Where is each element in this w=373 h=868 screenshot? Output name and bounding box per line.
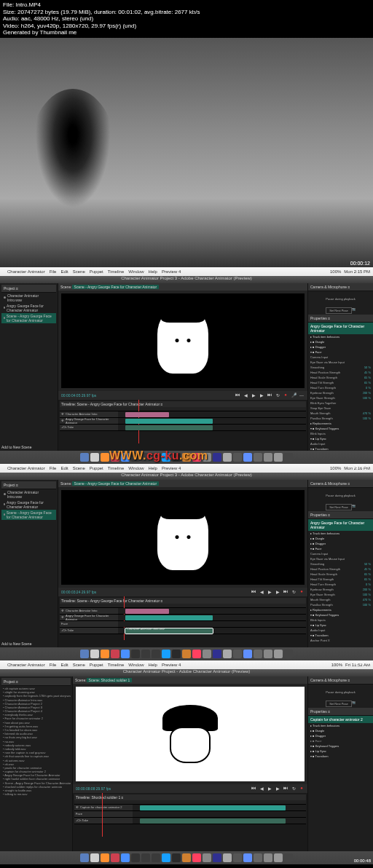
dock-app-icon[interactable] bbox=[203, 853, 211, 862]
dock-app-icon[interactable] bbox=[90, 853, 99, 862]
dock-app-icon[interactable] bbox=[172, 853, 181, 862]
project-item[interactable]: Angry George Face for Character Animator bbox=[1, 303, 56, 313]
goto-end-icon[interactable]: ⏭ bbox=[267, 392, 272, 398]
dock-app-icon[interactable] bbox=[284, 650, 293, 658]
timeline-panel[interactable]: Timeline: Scene - Angry George Face for … bbox=[58, 596, 307, 647]
project-item-active[interactable]: Scene - Angry George Face for Character … bbox=[1, 313, 56, 323]
dock-app-icon[interactable] bbox=[274, 853, 283, 862]
dock-app-icon[interactable] bbox=[223, 853, 232, 862]
loop-icon[interactable]: ↻ bbox=[275, 392, 280, 398]
dock-app-icon[interactable] bbox=[101, 650, 109, 658]
scene-viewer[interactable] bbox=[76, 687, 305, 781]
dock-app-icon[interactable] bbox=[101, 853, 109, 862]
scene-viewer[interactable] bbox=[61, 490, 305, 585]
track-behaviors-row[interactable]: ▸ Track item behaviors bbox=[308, 334, 373, 339]
dock-app-icon[interactable] bbox=[80, 853, 89, 862]
mac-dock[interactable] bbox=[0, 851, 373, 864]
dock-app-icon[interactable] bbox=[111, 650, 119, 658]
goto-start-icon[interactable]: ⏮ bbox=[251, 786, 256, 792]
dock-app-icon[interactable] bbox=[192, 853, 201, 862]
transport-bar[interactable]: 00:00:08:08 29.97 fps ⏮ ◀ ▶ ▶ ⏭ ↻ ● bbox=[73, 784, 307, 793]
set-rest-pose-button[interactable]: Set Rest Pose bbox=[326, 307, 352, 314]
dock-app-icon[interactable] bbox=[131, 853, 140, 862]
transform-row[interactable]: ▾ ■ Transform bbox=[308, 446, 373, 451]
dock-app-icon[interactable] bbox=[254, 650, 262, 658]
step-fwd-icon[interactable]: ▶ bbox=[275, 786, 280, 792]
goto-end-icon[interactable]: ⏭ bbox=[283, 786, 288, 792]
menu-preview[interactable]: Preview 4 bbox=[162, 269, 181, 274]
keyboard-triggers-row[interactable]: ▾ ■ Keyboard Triggers bbox=[308, 426, 373, 431]
clip[interactable] bbox=[125, 615, 213, 620]
mac-dock[interactable] bbox=[0, 647, 373, 660]
scene-viewer[interactable] bbox=[61, 293, 305, 388]
loop-icon[interactable]: ↻ bbox=[291, 786, 297, 792]
dock-app-icon[interactable] bbox=[233, 453, 242, 462]
goto-start-icon[interactable]: ⏮ bbox=[251, 589, 256, 595]
clip-audio[interactable] bbox=[125, 425, 213, 430]
goto-start-icon[interactable]: ⏮ bbox=[235, 392, 240, 398]
dock-app-icon[interactable] bbox=[141, 853, 150, 862]
dangle-row[interactable]: ▸ ■ Dangle bbox=[308, 339, 373, 344]
mac-menubar[interactable]: Character Animator File Edit Scene Puppe… bbox=[0, 660, 373, 669]
dragger-row[interactable]: ▸ ■ Dragger bbox=[308, 344, 373, 350]
project-item[interactable]: Character Animator Intro.wav bbox=[1, 293, 56, 303]
dock-app-icon[interactable] bbox=[203, 650, 211, 658]
menu-help[interactable]: Help bbox=[149, 269, 157, 274]
dock-app-icon[interactable] bbox=[182, 853, 191, 862]
project-item[interactable]: • anybody from the legends 176th gets pa… bbox=[3, 694, 69, 698]
set-rest-pose-button[interactable]: Set Rest Pose bbox=[326, 701, 352, 707]
scene-tab-bar[interactable]: Scene: Scene - Angry George Face for Cha… bbox=[58, 283, 307, 291]
lipsync-row[interactable]: ▾ ■ Lip Sync bbox=[308, 436, 373, 441]
menu-puppet[interactable]: Puppet bbox=[90, 269, 103, 274]
play-icon[interactable]: ▶ bbox=[251, 392, 256, 398]
menu-scene[interactable]: Scene bbox=[73, 269, 85, 274]
record-icon[interactable]: ● bbox=[299, 786, 305, 792]
dock-app-icon[interactable] bbox=[111, 853, 119, 862]
clip[interactable] bbox=[125, 419, 213, 424]
app-name[interactable]: Character Animator bbox=[7, 269, 45, 274]
dock-app-icon[interactable] bbox=[80, 453, 89, 462]
mic-icon[interactable]: 🎤 bbox=[291, 392, 297, 398]
dock-app-icon[interactable] bbox=[264, 650, 272, 658]
dock-app-icon[interactable] bbox=[172, 650, 181, 658]
dock-app-icon[interactable] bbox=[284, 853, 293, 862]
dock-app-icon[interactable] bbox=[131, 650, 140, 658]
step-back-icon[interactable]: ◀ bbox=[259, 786, 264, 792]
dock-app-icon[interactable] bbox=[141, 650, 150, 658]
step-fwd-icon[interactable]: ▶ bbox=[259, 392, 264, 398]
track-label[interactable]: 👁Character Animator Intro bbox=[60, 411, 118, 417]
dock-app-icon[interactable] bbox=[274, 650, 283, 658]
dock-app-icon[interactable] bbox=[192, 650, 201, 658]
dock-app-icon[interactable] bbox=[243, 650, 252, 658]
project-panel[interactable]: Project ≡ Character Animator Intro.wav A… bbox=[0, 480, 58, 647]
dock-app-icon[interactable] bbox=[152, 853, 160, 862]
menu-edit[interactable]: Edit bbox=[60, 269, 68, 274]
puppet-name-header[interactable]: Angry George Face for Character Animator bbox=[308, 323, 373, 334]
menu-timeline[interactable]: Timeline bbox=[108, 269, 124, 274]
more-icon[interactable]: ⋯ bbox=[299, 392, 305, 398]
playhead[interactable] bbox=[102, 793, 103, 837]
project-item[interactable]: • right hankit soldier face character an… bbox=[3, 777, 69, 781]
loop-icon[interactable]: ↻ bbox=[291, 589, 297, 595]
project-panel[interactable]: Project ≡ Character Animator Intro.wav A… bbox=[0, 283, 58, 451]
goto-end-icon[interactable]: ⏭ bbox=[283, 589, 288, 595]
transport-bar[interactable]: 00:00:03:24 29.97 fps ⏮ ◀ ▶ ▶ ⏭ ↻ ● bbox=[58, 588, 307, 596]
dock-app-icon[interactable] bbox=[254, 853, 262, 862]
play-icon[interactable]: ▶ bbox=[267, 589, 272, 595]
clip[interactable] bbox=[125, 609, 169, 614]
add-to-scene-button[interactable]: Add to New Scene bbox=[1, 642, 31, 646]
record-icon[interactable]: ● bbox=[283, 392, 288, 398]
track-label[interactable]: 👁Angry George Face for Character Animato… bbox=[60, 418, 118, 424]
scene-tab-active[interactable]: Scene - Angry George Face for Character … bbox=[72, 285, 160, 289]
set-rest-pose-button[interactable]: Set Rest Pose bbox=[326, 504, 352, 510]
dock-app-icon[interactable] bbox=[223, 453, 232, 462]
dock-app-icon[interactable] bbox=[264, 453, 272, 462]
dock-app-icon[interactable] bbox=[121, 853, 130, 862]
dock-app-icon[interactable] bbox=[274, 453, 283, 462]
dock-app-icon[interactable] bbox=[162, 650, 170, 658]
dock-app-icon[interactable] bbox=[243, 453, 252, 462]
mac-menubar[interactable]: Character Animator File Edit Scene Puppe… bbox=[0, 267, 373, 276]
dock-app-icon[interactable] bbox=[80, 650, 89, 658]
properties-panel[interactable]: Camera & Microphone ≡ Pause during playb… bbox=[307, 480, 373, 647]
timeline-panel[interactable]: Timeline: Scene - Angry George Face for … bbox=[58, 400, 307, 451]
